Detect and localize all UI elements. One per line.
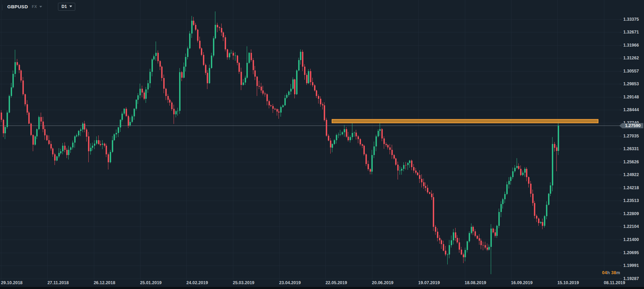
candle — [30, 123, 32, 136]
trading-chart-window: 1.333751.326711.319661.312621.305571.298… — [0, 0, 644, 289]
date-tick-label: 19.07.2019 — [418, 280, 440, 285]
price-tag-text: 1.27590 — [625, 123, 641, 128]
symbol-selector[interactable]: GBPUSD FX — [7, 4, 42, 9]
date-tick-label: 25.03.2019 — [233, 280, 254, 285]
price-tick-label: 1.30557 — [623, 69, 639, 74]
date-tick-label: 22.05.2019 — [325, 280, 347, 285]
candle — [201, 47, 202, 56]
candle — [395, 158, 397, 166]
candle — [197, 29, 198, 42]
candle — [496, 225, 498, 238]
candle — [110, 150, 111, 163]
candle — [363, 145, 365, 156]
candle — [326, 118, 327, 136]
candle — [469, 231, 470, 243]
candle-close-countdown: 04h38m — [602, 270, 620, 275]
date-tick-label: 27.11.2018 — [47, 280, 69, 285]
price-tick-label: 1.19287 — [623, 276, 639, 281]
market-label: FX — [32, 4, 37, 9]
price-tick-label: 1.31262 — [623, 56, 639, 60]
candle — [179, 68, 180, 114]
date-tick-label: 18.08.2019 — [465, 280, 486, 285]
date-tick-label: 29.10.2018 — [1, 280, 23, 285]
candle — [213, 36, 214, 57]
price-tick-label: 1.27035 — [623, 134, 639, 138]
candle — [548, 193, 549, 206]
candle — [28, 111, 30, 125]
candle — [544, 215, 545, 228]
price-tick-label: 1.29148 — [623, 95, 639, 99]
chart-canvas[interactable]: 1.333751.326711.319661.312621.305571.298… — [0, 0, 644, 289]
price-tick-label: 1.28444 — [623, 107, 639, 112]
price-tick-label: 1.29853 — [623, 81, 639, 86]
price-tick-label: 1.22809 — [623, 211, 639, 216]
candle — [552, 137, 553, 191]
price-tick-label: 1.20695 — [623, 250, 639, 255]
candle — [308, 69, 309, 84]
chart-header: GBPUSD FX D1 — [0, 0, 75, 13]
candle — [38, 116, 40, 130]
date-tick-label: 25.01.2019 — [140, 280, 162, 285]
candle — [225, 35, 226, 51]
date-tick-label: 23.04.2019 — [279, 280, 301, 285]
countdown-minutes: 38 — [611, 270, 616, 275]
candle — [296, 69, 297, 95]
candle — [189, 31, 191, 49]
date-tick-label: 16.09.2019 — [511, 280, 533, 285]
date-tick-label: 26.12.2018 — [94, 280, 115, 285]
price-tick-label: 1.32671 — [623, 30, 639, 35]
price-tick-label: 1.22104 — [623, 224, 639, 229]
chevron-down-icon — [69, 6, 72, 7]
price-tick-label: 1.31966 — [623, 43, 639, 48]
supply-zone-rectangle[interactable] — [332, 119, 598, 123]
countdown-hours: 04 — [602, 270, 607, 275]
price-tick-label: 1.24218 — [623, 185, 639, 190]
price-tick-label: 1.24922 — [623, 172, 639, 177]
timeframe-selector[interactable]: D1 — [58, 3, 75, 11]
candle — [7, 110, 8, 129]
price-tick-label: 1.19991 — [623, 263, 639, 268]
candle — [35, 135, 36, 146]
candle — [248, 52, 250, 64]
candle — [433, 193, 434, 231]
price-tick-label: 1.23513 — [623, 198, 639, 203]
window-bottom-bar — [0, 287, 644, 289]
date-tick-label: 15.10.2019 — [557, 280, 579, 285]
countdown-hours-unit: h — [607, 270, 610, 275]
date-tick-label: 24.02.2019 — [186, 280, 208, 285]
candle — [9, 95, 10, 113]
current-price-label: 1.27590 — [619, 123, 643, 128]
countdown-minutes-unit: m — [616, 270, 620, 275]
date-tick-label: 08.11.2019 — [604, 280, 625, 285]
candle — [25, 94, 26, 106]
candle — [46, 134, 48, 141]
price-tick-label: 1.25626 — [623, 160, 639, 164]
price-tick-label: 1.33375 — [623, 17, 639, 22]
price-tick-label: 1.26331 — [623, 146, 639, 151]
date-tick-label: 20.06.2019 — [372, 280, 394, 285]
symbol-label: GBPUSD — [7, 4, 28, 9]
price-tick-label: 1.21400 — [623, 237, 639, 242]
timeframe-label: D1 — [61, 4, 67, 9]
candle — [114, 133, 115, 141]
chevron-down-icon — [39, 6, 42, 8]
